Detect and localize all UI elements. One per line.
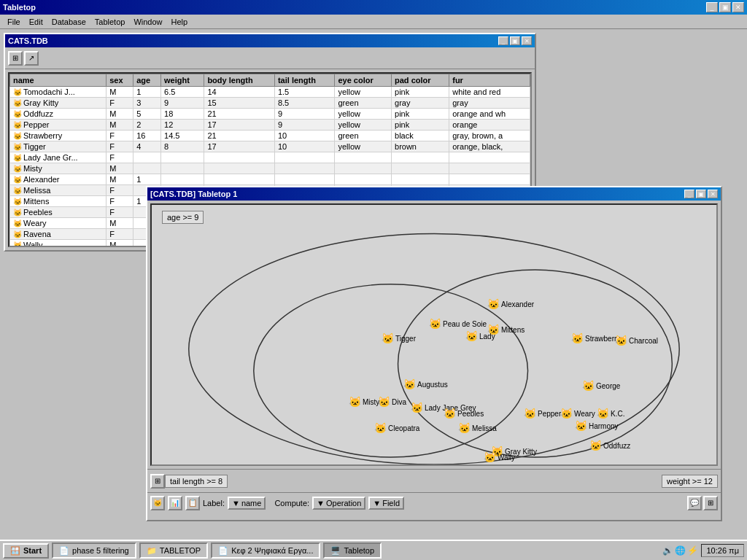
cat-row-icon: 🐱 (13, 88, 22, 96)
table-cell (392, 152, 449, 163)
cat-row-icon: 🐱 (13, 176, 22, 184)
cat-point[interactable]: 🐱Weary (560, 408, 595, 419)
cats-window-controls[interactable]: _ ▣ ✕ (498, 36, 532, 45)
table-cell: F (107, 207, 133, 218)
col-sex[interactable]: sex (107, 74, 133, 87)
taskbar-label-3: Tabletop (344, 546, 374, 555)
menu-window[interactable]: Window (129, 16, 166, 28)
cat-point-label: Alexander (501, 300, 534, 308)
cat-point[interactable]: 🐱Cleopatra (374, 422, 419, 434)
table-cell: 1 (133, 87, 161, 98)
maximize-button[interactable]: ▣ (719, 2, 731, 12)
table-row[interactable]: 🐱PepperM212179yellowpinkorange (10, 120, 530, 131)
cat-point[interactable]: 🐱Pepper (524, 408, 561, 419)
col-tail-length[interactable]: tail length (274, 74, 335, 87)
table-row[interactable]: 🐱Tomodachi J...M16.5141.5yellowpinkwhite… (10, 87, 530, 98)
cat-point[interactable]: 🐱Diva (378, 396, 406, 408)
cat-point[interactable]: 🐱Peau de Soie (429, 318, 487, 330)
tabletop-minimize[interactable]: _ (684, 190, 694, 198)
tabletop-icon1[interactable]: 🐱 (150, 496, 165, 510)
cats-icon1[interactable]: ⊞ (8, 51, 23, 66)
table-cell: 🐱Lady Jane Gr... (10, 152, 107, 163)
tabletop-maximize[interactable]: ▣ (696, 190, 706, 198)
cat-point[interactable]: 🐱Wally (484, 451, 515, 463)
col-body-length[interactable]: body length (204, 74, 275, 87)
cat-point-icon: 🐱 (524, 408, 536, 419)
col-pad-color[interactable]: pad color (392, 74, 449, 87)
close-button[interactable]: ✕ (732, 2, 744, 12)
table-cell (449, 163, 530, 174)
cat-point[interactable]: 🐱Lady (465, 330, 495, 342)
venn-diagram-area[interactable]: age >= 9 🐱Tomodachi Job🐱Alexander🐱Peau d… (150, 203, 718, 466)
cat-point-icon: 🐱 (429, 318, 441, 330)
cats-icon2[interactable]: ↗ (24, 51, 39, 66)
col-age[interactable]: age (133, 74, 161, 87)
minimize-button[interactable]: _ (706, 2, 718, 12)
cat-point[interactable]: 🐱Charcoal (615, 335, 658, 346)
col-name[interactable]: name (10, 74, 107, 87)
table-cell: 🐱Strawberry (10, 131, 107, 141)
grid-icon[interactable]: ⊞ (703, 496, 718, 510)
field-dropdown[interactable]: ▼ Field (368, 497, 404, 510)
taskbar-item-1[interactable]: 📁 TABLETOP (139, 542, 208, 559)
operation-dropdown[interactable]: ▼ Operation (312, 497, 365, 510)
cat-point[interactable]: 🐱Alexander (487, 298, 534, 310)
cat-point-icon: 🐱 (458, 422, 471, 434)
cat-point[interactable]: 🐱Augustus (403, 378, 448, 390)
tabletop-icon2[interactable]: 📊 (168, 496, 182, 510)
cat-point-label: Peau de Soie (443, 320, 487, 328)
cat-row-icon: 🐱 (13, 187, 22, 195)
cat-point[interactable]: 🐱Oddfuzz (589, 440, 630, 451)
col-weight[interactable]: weight (161, 74, 204, 87)
cat-point[interactable]: 🐱Tigger (382, 332, 416, 344)
taskbar-item-3[interactable]: 🖥️ Tabletop (323, 542, 382, 559)
menu-edit[interactable]: Edit (25, 16, 47, 28)
cat-point[interactable]: 🐱Strawberry (571, 332, 620, 344)
cat-point[interactable]: 🐱Melissa (458, 422, 497, 434)
cats-maximize[interactable]: ▣ (510, 36, 520, 45)
cat-point[interactable]: 🐱K.C. (597, 408, 624, 419)
label-dropdown[interactable]: ▼ name (228, 497, 266, 510)
table-row[interactable]: 🐱TiggerF481710yellowbrownorange, black, (10, 141, 530, 152)
cats-close[interactable]: ✕ (522, 36, 532, 45)
menu-tabletop[interactable]: Tabletop (90, 16, 130, 28)
tabletop-toolbar-icon[interactable]: ⊞ (150, 474, 165, 489)
cat-row-icon: 🐱 (13, 121, 22, 129)
tabletop-icon3[interactable]: 📋 (185, 496, 200, 510)
tabletop-window-controls[interactable]: _ ▣ ✕ (684, 190, 718, 198)
table-row[interactable]: 🐱AlexanderM1 (10, 174, 530, 185)
cats-title: CATS.TDB (8, 36, 48, 45)
table-row[interactable]: 🐱Gray KittyF39158.5greengraygray (10, 98, 530, 109)
cat-point[interactable]: 🐱Misty (349, 396, 379, 408)
cat-point-label: Melissa (472, 424, 497, 432)
start-button[interactable]: 🪟 Start (3, 543, 49, 559)
taskbar-item-2[interactable]: 📄 Κεφ 2 Ψηφιακά Εργα... (211, 542, 320, 559)
table-cell: 🐱Mittens (10, 196, 107, 207)
menu-file[interactable]: File (3, 16, 25, 28)
cats-minimize[interactable]: _ (498, 36, 508, 45)
cat-point[interactable]: 🐱George (582, 380, 620, 392)
cat-row-icon: 🐱 (13, 209, 22, 217)
cat-point-icon: 🐱 (403, 378, 416, 390)
table-cell: M (107, 87, 133, 98)
tabletop-close[interactable]: ✕ (708, 190, 718, 198)
cat-point[interactable]: 🐱Peebles (444, 408, 484, 419)
cat-point-label: Augustus (417, 381, 448, 389)
col-eye-color[interactable]: eye color (335, 74, 392, 87)
taskbar-item-0[interactable]: 📄 phase 5 filtering (52, 542, 136, 559)
menu-database[interactable]: Database (47, 16, 90, 28)
menu-help[interactable]: Help (167, 16, 193, 28)
table-cell (161, 152, 204, 163)
table-cell: 8 (161, 141, 204, 152)
table-row[interactable]: 🐱StrawberryF1614.52110greenblackgray, br… (10, 131, 530, 141)
cat-point-label: Diva (392, 398, 406, 406)
table-row[interactable]: 🐱Lady Jane Gr...F (10, 152, 530, 163)
app-window-controls[interactable]: _ ▣ ✕ (706, 2, 744, 12)
cat-point[interactable]: 🐱Harmony (575, 420, 619, 432)
table-row[interactable]: 🐱OddfuzzM518219yellowpinkorange and wh (10, 109, 530, 120)
col-fur[interactable]: fur (449, 74, 530, 87)
chat-icon[interactable]: 💬 (687, 496, 702, 510)
cat-point-label: Charcoal (629, 337, 658, 345)
table-cell: 3 (133, 98, 161, 109)
table-row[interactable]: 🐱MistyM (10, 163, 530, 174)
